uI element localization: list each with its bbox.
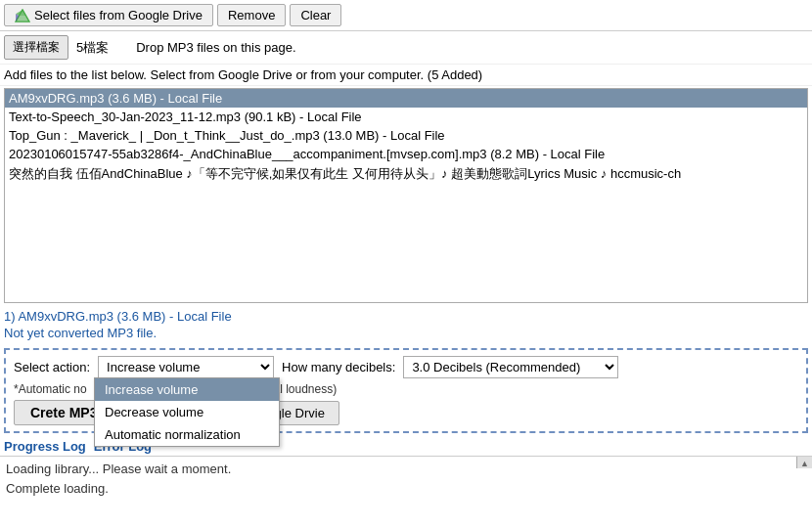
drop-hint: Drop MP3 files on this page.	[136, 40, 295, 55]
action-row-1: Select action: Increase volume Decrease …	[14, 356, 798, 378]
choose-files-button[interactable]: 選擇檔案	[4, 35, 68, 60]
action-area: Select action: Increase volume Decrease …	[4, 348, 808, 433]
select-action-label: Select action:	[14, 360, 90, 374]
file-item[interactable]: Top_Gun : _Maverick_ | _Don_t_Think__Jus…	[5, 126, 807, 145]
create-btn-part1: Cre	[30, 405, 53, 420]
file-item[interactable]: 突然的自我 伍佰AndChinaBlue ♪「等不完守候,如果仅有此生 又何用待…	[5, 163, 807, 185]
file-select-row: 選擇檔案 5檔案 Drop MP3 files on this page.	[0, 31, 812, 65]
decibels-select[interactable]: 3.0 Decibels (Recommended) 1.0 Decibels …	[403, 356, 618, 378]
auto-norm-prefix: *Automatic no	[14, 382, 87, 396]
progress-log-text: Loading library... Please wait a moment.…	[0, 457, 796, 501]
action-select[interactable]: Increase volume Decrease volume Automati…	[98, 356, 274, 378]
dropdown-item[interactable]: Increase volume	[95, 378, 279, 401]
selected-file-text: 1) AM9xvDRG.mp3 (3.6 MB) - Local File	[4, 309, 232, 324]
progress-log-tab[interactable]: Progress Log	[4, 439, 86, 454]
action-dropdown-overlay: Increase volumeDecrease volumeAutomatic …	[94, 377, 280, 447]
file-item[interactable]: AM9xvDRG.mp3 (3.6 MB) - Local File	[5, 89, 807, 108]
file-item[interactable]: Text-to-Speech_30-Jan-2023_11-12.mp3 (90…	[5, 108, 807, 126]
remove-button[interactable]: Remove	[217, 4, 286, 26]
progress-log-content: Loading library... Please wait a moment.…	[0, 457, 796, 501]
gdrive-icon	[15, 9, 30, 22]
decibels-label: How many decibels:	[282, 360, 395, 374]
not-converted-text: Not yet converted MP3 file.	[0, 326, 812, 344]
info-bar: Add files to the list below. Select from…	[0, 65, 812, 86]
progress-bottom: Loading library... Please wait a moment.…	[0, 457, 812, 501]
info-bar-text: Add files to the list below. Select from…	[4, 67, 482, 82]
log-line: Complete loading.	[6, 479, 790, 499]
log-line: Loading library... Please wait a moment.	[6, 460, 790, 479]
file-count: 5檔案	[76, 39, 109, 57]
progress-scrollbar[interactable]: ▲	[796, 457, 812, 468]
toolbar: Select files from Google Drive Remove Cl…	[0, 0, 812, 31]
selected-file-info: 1) AM9xvDRG.mp3 (3.6 MB) - Local File	[0, 305, 812, 326]
file-item[interactable]: 20230106015747-55ab3286f4-_AndChinaBlue_…	[5, 145, 807, 163]
dropdown-item[interactable]: Decrease volume	[95, 401, 279, 423]
gdrive-button-label: Select files from Google Drive	[34, 8, 203, 22]
dropdown-item[interactable]: Automatic normalization	[95, 423, 279, 446]
gdrive-button[interactable]: Select files from Google Drive	[4, 4, 213, 26]
clear-button[interactable]: Clear	[290, 4, 341, 26]
file-list[interactable]: AM9xvDRG.mp3 (3.6 MB) - Local FileText-t…	[4, 88, 808, 303]
